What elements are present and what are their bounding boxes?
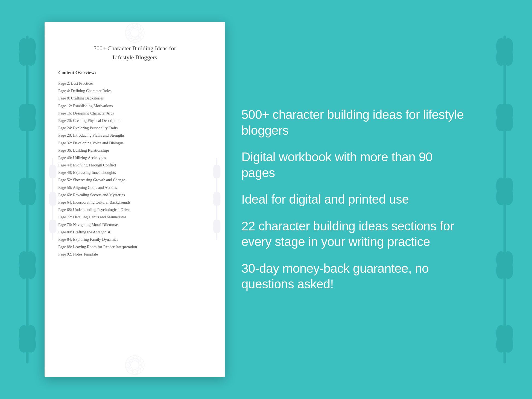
toc-item: Page 12: Establishing Motivations: [58, 103, 211, 109]
feature-item-1: 500+ character building ideas for lifest…: [241, 107, 466, 138]
toc-item: Page 80: Crafting the Antagonist: [58, 229, 211, 235]
toc-item: Page 76: Navigating Moral Dilemmas: [58, 222, 211, 228]
toc-page-number: Page 32:: [58, 141, 72, 145]
toc-item: Page 2: Best Practices: [58, 80, 211, 87]
doc-deco-bottom: [107, 354, 162, 377]
svg-rect-57: [52, 158, 53, 240]
toc-title: Showcasing Growth and Change: [73, 178, 125, 182]
toc-title: Exploring Family Dynamics: [73, 237, 118, 242]
toc-page-number: Page 28:: [58, 133, 72, 137]
toc-title: Exploring Personality Traits: [73, 126, 118, 130]
toc-page-number: Page 24:: [58, 126, 72, 130]
toc-title: Developing Voice and Dialogue: [73, 141, 124, 145]
toc-item: Page 4: Defining Character Roles: [58, 88, 211, 94]
toc-title: Crafting Backstories: [71, 96, 104, 100]
toc-title: Crafting the Antagonist: [73, 230, 110, 234]
toc-page-number: Page 12:: [58, 104, 72, 108]
feature-item-3: Ideal for digital and printed use: [241, 192, 466, 207]
toc-item: Page 20: Creating Physical Descriptions: [58, 118, 211, 124]
toc-item: Page 32: Developing Voice and Dialogue: [58, 140, 211, 146]
toc-item: Page 8: Crafting Backstories: [58, 95, 211, 101]
doc-deco-right: [209, 158, 225, 241]
toc-title: Revealing Secrets and Mysteries: [73, 193, 125, 197]
toc-page-number: Page 92:: [58, 252, 72, 256]
svg-point-47: [127, 22, 143, 43]
svg-rect-41: [504, 36, 506, 363]
feature-item-4: 22 character building ideas sections for…: [241, 218, 466, 250]
toc-item: Page 44: Evolving Through Conflict: [58, 162, 211, 168]
svg-point-70: [127, 355, 143, 375]
toc-title: Detailing Habits and Mannerisms: [73, 215, 126, 219]
toc-title: Best Practices: [71, 81, 93, 86]
toc-title: Evolving Through Conflict: [73, 163, 116, 167]
toc-item: Page 24: Exploring Personality Traits: [58, 125, 211, 131]
toc-title: Notes Template: [73, 252, 98, 256]
svg-point-73: [124, 357, 145, 374]
doc-deco-left: [45, 158, 61, 241]
floral-decoration-right: [477, 0, 532, 399]
toc-title: Designing Character Arcs: [73, 111, 114, 115]
svg-rect-64: [216, 158, 217, 240]
toc-title: Establishing Motivations: [73, 104, 113, 108]
table-of-contents: Page 2: Best PracticesPage 4: Defining C…: [58, 80, 211, 258]
toc-page-number: Page 8:: [58, 96, 70, 100]
svg-point-43: [128, 26, 142, 40]
toc-title: Defining Character Roles: [71, 89, 112, 93]
toc-item: Page 88: Leaving Room for Reader Interpr…: [58, 244, 211, 250]
toc-page-number: Page 88:: [58, 245, 72, 249]
toc-item: Page 28: Introducing Flaws and Strengths: [58, 132, 211, 139]
toc-title: Building Relationships: [73, 148, 109, 152]
feature-item-5: 30-day money-back guarantee, no question…: [241, 261, 466, 292]
toc-page-number: Page 4:: [58, 89, 70, 93]
svg-point-66: [128, 358, 142, 372]
toc-page-number: Page 16:: [58, 111, 72, 115]
toc-item: Page 48: Expressing Inner Thoughts: [58, 169, 211, 176]
toc-title: Aligning Goals and Actions: [73, 185, 117, 190]
doc-deco-top: [107, 22, 162, 45]
toc-title: Utilizing Archetypes: [73, 156, 106, 160]
toc-item: Page 84: Exploring Family Dynamics: [58, 236, 211, 243]
svg-point-49: [127, 22, 143, 43]
toc-item: Page 16: Designing Character Arcs: [58, 110, 211, 116]
svg-point-69: [124, 357, 145, 374]
document-title: 500+ Character Building Ideas for Lifest…: [58, 44, 211, 62]
feature-item-2: Digital workbook with more than 90 pages: [241, 149, 466, 181]
toc-item: Page 52: Showcasing Growth and Change: [58, 177, 211, 183]
toc-item: Page 40: Utilizing Archetypes: [58, 155, 211, 161]
svg-point-46: [124, 25, 145, 41]
content-overview-label: Content Overview:: [58, 70, 211, 75]
toc-title: Leaving Room for Reader Interpretation: [73, 245, 137, 249]
toc-title: Expressing Inner Thoughts: [73, 170, 116, 175]
toc-item: Page 60: Revealing Secrets and Mysteries: [58, 192, 211, 198]
toc-item: Page 68: Understanding Psychological Dri…: [58, 207, 211, 213]
main-container: 500+ Character Building Ideas for Lifest…: [34, 22, 498, 377]
svg-point-67: [131, 361, 139, 369]
document-card: 500+ Character Building Ideas for Lifest…: [45, 22, 225, 377]
svg-rect-20: [26, 36, 29, 363]
svg-point-72: [127, 355, 143, 375]
toc-title: Understanding Psychological Drives: [73, 207, 131, 212]
right-content: 500+ character building ideas for lifest…: [241, 107, 487, 292]
toc-title: Creating Physical Descriptions: [73, 118, 122, 123]
toc-page-number: Page 36:: [58, 148, 72, 152]
toc-title: Navigating Moral Dilemmas: [73, 222, 119, 227]
svg-point-50: [124, 25, 145, 41]
toc-page-number: Page 2:: [58, 81, 70, 86]
toc-page-number: Page 20:: [58, 118, 72, 123]
svg-point-44: [131, 29, 139, 37]
toc-item: Page 56: Aligning Goals and Actions: [58, 184, 211, 191]
toc-item: Page 36: Building Relationships: [58, 147, 211, 154]
toc-item: Page 72: Detailing Habits and Mannerisms: [58, 214, 211, 220]
toc-title: Introducing Flaws and Strengths: [73, 133, 125, 137]
toc-item: Page 64: Incorporating Cultural Backgrou…: [58, 199, 211, 206]
toc-item: Page 92: Notes Template: [58, 251, 211, 257]
toc-title: Incorporating Cultural Backgrounds: [73, 200, 130, 204]
